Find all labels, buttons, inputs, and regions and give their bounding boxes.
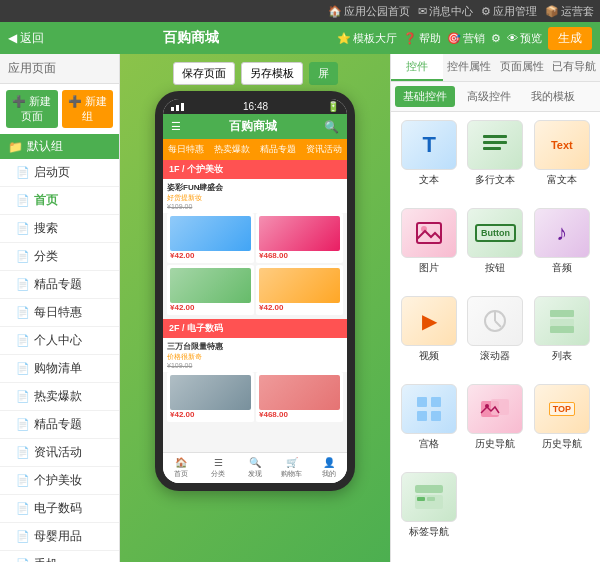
widget-list-label: 列表	[552, 349, 572, 363]
sub-tab-my-templates[interactable]: 我的模板	[523, 86, 583, 107]
star-icon: ⭐	[337, 32, 351, 45]
topbar-app-manage[interactable]: ⚙ 应用管理	[481, 4, 537, 19]
phone-tab-hot[interactable]: 热卖爆款	[209, 139, 255, 160]
svg-rect-18	[415, 485, 443, 493]
sidebar-item-home[interactable]: 📄 首页	[0, 187, 119, 215]
phone-bottom-cart[interactable]: 🛒 购物车	[273, 453, 310, 483]
page-icon: 📄	[16, 306, 30, 319]
sidebar-item-electronics[interactable]: 📄 电子数码	[0, 495, 119, 523]
phone-tab-daily[interactable]: 每日特惠	[163, 139, 209, 160]
sub-tab-basic[interactable]: 基础控件	[395, 86, 455, 107]
home-icon: 🏠	[328, 5, 342, 18]
discover-icon: 🔍	[249, 457, 261, 468]
widget-tabnav[interactable]: 标签导航	[399, 472, 459, 554]
widget-button-label: 按钮	[485, 261, 505, 275]
sidebar-item-featured[interactable]: 📄 精品专题	[0, 271, 119, 299]
sub-tab-advanced[interactable]: 高级控件	[459, 86, 519, 107]
page-icon: 📄	[16, 530, 30, 543]
home-icon: 🏠	[175, 457, 187, 468]
svg-rect-12	[431, 397, 441, 407]
widget-history[interactable]: TOP 历史导航	[532, 384, 592, 466]
right-tab-page-props[interactable]: 页面属性	[496, 54, 548, 81]
ops-icon: 📦	[545, 5, 559, 18]
widget-gallery-label: 历史导航	[475, 437, 515, 451]
widget-grid-item[interactable]: 宫格	[399, 384, 459, 466]
widget-image[interactable]: 图片	[399, 208, 459, 290]
generate-button[interactable]: 生成	[548, 27, 592, 50]
sidebar-item-mobile[interactable]: 📄 手机	[0, 551, 119, 562]
phone-product-card: ¥468.00	[256, 372, 343, 422]
toggle-button[interactable]: 屏	[309, 62, 338, 85]
multitext-widget-icon	[467, 120, 523, 170]
phone-section1-products: ¥42.00 ¥468.00 ¥42.00 ¥42.00	[163, 213, 347, 319]
widget-multitext[interactable]: 多行文本	[465, 120, 525, 202]
product-image-4	[259, 268, 340, 303]
phone-time: 16:48	[243, 101, 268, 112]
marketing-button[interactable]: 🎯 营销	[447, 31, 485, 46]
right-tab-widget-props[interactable]: 控件属性	[443, 54, 495, 81]
sidebar-item-cart[interactable]: 📄 购物清单	[0, 355, 119, 383]
phone-bottom-home[interactable]: 🏠 首页	[163, 453, 200, 483]
right-tab-existing-nav[interactable]: 已有导航	[548, 54, 600, 81]
widget-list[interactable]: 列表	[532, 296, 592, 378]
sidebar-item-search[interactable]: 📄 搜索	[0, 215, 119, 243]
topbar-ops[interactable]: 📦 运营套	[545, 4, 594, 19]
svg-rect-10	[550, 326, 574, 333]
sidebar-item-beauty[interactable]: 📄 个护美妆	[0, 467, 119, 495]
widget-audio[interactable]: ♪ 音频	[532, 208, 592, 290]
topbar-messages[interactable]: ✉ 消息中心	[418, 4, 473, 19]
marketing-icon: 🎯	[447, 32, 461, 45]
phone-bottom-nav: 🏠 首页 ☰ 分类 🔍 发现 🛒 购物车	[163, 452, 347, 483]
preview-toolbar: 保存页面 另存模板 屏	[128, 62, 382, 85]
gear-button[interactable]: ⚙	[491, 32, 501, 45]
widget-video[interactable]: ▶ 视频	[399, 296, 459, 378]
sidebar-default-group[interactable]: 📁 默认组	[0, 134, 119, 159]
new-page-button[interactable]: ➕ 新建页面	[6, 90, 58, 128]
sidebar-item-hot[interactable]: 📄 热卖爆款	[0, 383, 119, 411]
image-widget-icon	[401, 208, 457, 258]
widget-button[interactable]: Button 按钮	[465, 208, 525, 290]
sidebar-item-startup[interactable]: 📄 启动页	[0, 159, 119, 187]
widget-slider[interactable]: 滚动器	[465, 296, 525, 378]
right-tabs: 控件 控件属性 页面属性 已有导航	[391, 54, 600, 82]
preview-icon: 👁	[507, 32, 518, 44]
phone-bottom-profile[interactable]: 👤 我的	[310, 453, 347, 483]
sidebar-title: 应用页面	[0, 54, 119, 84]
sidebar-item-news[interactable]: 📄 资讯活动	[0, 439, 119, 467]
widget-gallery[interactable]: 历史导航	[465, 384, 525, 466]
right-tab-widgets[interactable]: 控件	[391, 54, 443, 81]
sidebar-item-featured2[interactable]: 📄 精品专题	[0, 411, 119, 439]
save-page-button[interactable]: 保存页面	[173, 62, 235, 85]
widget-history-label: 历史导航	[542, 437, 582, 451]
tabnav-widget-icon	[401, 472, 457, 522]
widget-grid: T 文本 多行文本 Text 富文本	[391, 112, 600, 562]
phone-tab-featured[interactable]: 精品专题	[255, 139, 301, 160]
phone-signal	[171, 103, 184, 111]
sidebar-item-category[interactable]: 📄 分类	[0, 243, 119, 271]
help-icon: ❓	[403, 32, 417, 45]
preview-button[interactable]: 👁 预览	[507, 31, 542, 46]
phone-header: ☰ 百购商城 🔍	[163, 114, 347, 139]
template-hall-button[interactable]: ⭐ 模板大厅	[337, 31, 397, 46]
phone-section2-products: ¥42.00 ¥468.00	[163, 372, 347, 426]
sidebar-item-personal[interactable]: 📄 个人中心	[0, 327, 119, 355]
topbar-home[interactable]: 🏠 应用公园首页	[328, 4, 410, 19]
phone-bottom-discover[interactable]: 🔍 发现	[237, 453, 274, 483]
grid-svg	[413, 393, 445, 425]
phone-bottom-category[interactable]: ☰ 分类	[200, 453, 237, 483]
phone-tab-news[interactable]: 资讯活动	[301, 139, 347, 160]
back-button[interactable]: ◀ 返回	[8, 30, 44, 47]
svg-rect-21	[427, 497, 435, 501]
widget-richtext[interactable]: Text 富文本	[532, 120, 592, 202]
help-button[interactable]: ❓ 帮助	[403, 31, 441, 46]
page-icon: 📄	[16, 558, 30, 562]
nav-bar: ◀ 返回 百购商城 ⭐ 模板大厅 ❓ 帮助 🎯 营销 ⚙ 👁 预览 生成	[0, 22, 600, 54]
new-group-button[interactable]: ➕ 新建组	[62, 90, 114, 128]
widget-text[interactable]: T 文本	[399, 120, 459, 202]
product-image-1	[170, 216, 251, 251]
sidebar-item-daily[interactable]: 📄 每日特惠	[0, 299, 119, 327]
sidebar-item-baby[interactable]: 📄 母婴用品	[0, 523, 119, 551]
save-template-button[interactable]: 另存模板	[241, 62, 303, 85]
page-icon: 📄	[16, 446, 30, 459]
phone-status-bar: 16:48 🔋	[163, 99, 347, 114]
